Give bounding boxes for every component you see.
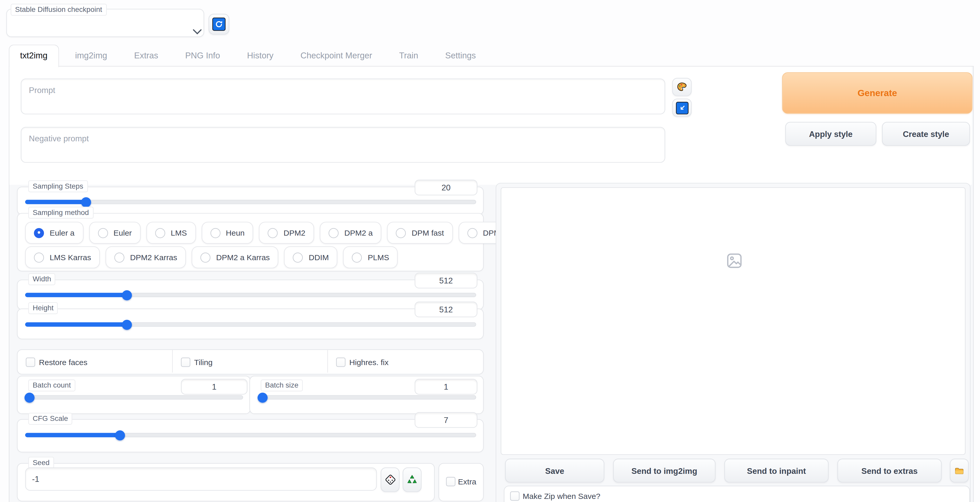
- batch-count-slider[interactable]: [25, 395, 243, 400]
- image-placeholder-icon: [725, 252, 743, 269]
- radio-dot: [396, 228, 406, 238]
- slider-thumb[interactable]: [81, 198, 91, 207]
- radio-dpm2-karras[interactable]: DPM2 Karras: [106, 246, 186, 268]
- tab-settings[interactable]: Settings: [434, 45, 486, 67]
- batch-count-value[interactable]: 1: [181, 379, 247, 395]
- create-style-button[interactable]: Create style: [882, 122, 970, 146]
- radio-euler-a[interactable]: Euler a: [25, 222, 83, 244]
- seed-label: Seed: [28, 457, 54, 469]
- radio-heun[interactable]: Heun: [201, 222, 253, 244]
- sampling-steps-value[interactable]: 20: [415, 180, 477, 195]
- height-label: Height: [28, 302, 58, 314]
- slider-thumb[interactable]: [25, 393, 35, 403]
- radio-dot: [155, 228, 165, 238]
- folder-icon: [954, 465, 964, 477]
- save-button[interactable]: Save: [505, 459, 604, 482]
- radio-dot: [467, 228, 477, 238]
- slider-thumb[interactable]: [258, 393, 267, 403]
- sampling-steps-label: Sampling Steps: [28, 180, 88, 192]
- batch-size-value[interactable]: 1: [415, 379, 477, 395]
- main-tabs: txt2img img2img Extras PNG Info History …: [9, 45, 486, 67]
- tab-train[interactable]: Train: [388, 45, 429, 67]
- slider-thumb[interactable]: [122, 290, 132, 300]
- slider-thumb[interactable]: [122, 320, 132, 330]
- divider: [172, 350, 173, 373]
- dice-icon: [384, 474, 396, 486]
- checkpoint-label: Stable Diffusion checkpoint: [11, 4, 107, 16]
- arrow-down-left-icon: [676, 102, 688, 114]
- artist-palette-icon: [676, 82, 687, 92]
- slider-fill: [25, 433, 120, 437]
- slider-thumb[interactable]: [115, 430, 125, 440]
- radio-dot: [115, 252, 124, 262]
- prompt-input[interactable]: [21, 78, 665, 115]
- radio-dpm-fast[interactable]: DPM fast: [387, 222, 453, 244]
- radio-lms-karras[interactable]: LMS Karras: [25, 246, 100, 268]
- extra-seed-checkbox[interactable]: [446, 477, 455, 486]
- reuse-seed-button[interactable]: [403, 467, 422, 492]
- tab-extras[interactable]: Extras: [124, 45, 169, 67]
- radio-ddim[interactable]: DDIM: [284, 246, 337, 268]
- tiling-label: Tiling: [194, 358, 213, 367]
- apply-style-button[interactable]: Apply style: [785, 122, 877, 146]
- tab-checkpoint-merger[interactable]: Checkpoint Merger: [290, 45, 383, 67]
- paste-generation-params-button[interactable]: [672, 99, 692, 117]
- slider-fill: [25, 293, 127, 297]
- radio-dpm2-a-karras[interactable]: DPM2 a Karras: [192, 246, 279, 268]
- radio-dpm2-a[interactable]: DPM2 a: [320, 222, 382, 244]
- radio-dpm2[interactable]: DPM2: [259, 222, 314, 244]
- sampling-method-options-row-2: LMS Karras DPM2 Karras DPM2 a Karras DDI…: [25, 246, 398, 268]
- radio-dot: [329, 228, 339, 238]
- tab-txt2img[interactable]: txt2img: [9, 45, 59, 67]
- divider: [327, 350, 328, 373]
- width-label: Width: [28, 273, 56, 285]
- send-to-extras-button[interactable]: Send to extras: [837, 459, 942, 482]
- slider-fill: [25, 322, 127, 327]
- tab-img2img[interactable]: img2img: [64, 45, 118, 67]
- radio-dot: [268, 228, 278, 238]
- radio-plms[interactable]: PLMS: [343, 246, 398, 268]
- height-value[interactable]: 512: [415, 301, 477, 317]
- radio-dot: [200, 252, 210, 262]
- cfg-scale-value[interactable]: 7: [415, 412, 477, 428]
- open-folder-button[interactable]: [950, 459, 969, 482]
- recycle-icon: [407, 474, 418, 486]
- stable-diffusion-webui: Stable Diffusion checkpoint txt2img img2…: [0, 0, 980, 502]
- negative-prompt-input[interactable]: [21, 127, 665, 163]
- send-to-img2img-button[interactable]: Send to img2img: [613, 459, 716, 482]
- seed-input[interactable]: [25, 467, 377, 491]
- cfg-scale-label: CFG Scale: [28, 413, 72, 425]
- radio-dot: [34, 252, 44, 262]
- random-seed-button[interactable]: [381, 467, 399, 492]
- result-image-preview[interactable]: [501, 187, 966, 455]
- batch-size-label: Batch size: [261, 379, 303, 391]
- sampling-method-label: Sampling method: [28, 207, 93, 218]
- highres-fix-label: Highres. fix: [349, 358, 388, 367]
- radio-lms[interactable]: LMS: [146, 222, 196, 244]
- style-palette-button[interactable]: [672, 78, 692, 96]
- make-zip-label: Make Zip when Save?: [523, 492, 600, 501]
- restore-faces-label: Restore faces: [39, 358, 88, 367]
- batch-size-slider[interactable]: [258, 395, 476, 400]
- radio-dot: [34, 228, 44, 238]
- restore-faces-checkbox[interactable]: [26, 358, 35, 367]
- radio-dot: [210, 228, 220, 238]
- tiling-checkbox[interactable]: [181, 358, 190, 367]
- generate-button[interactable]: Generate: [782, 72, 972, 114]
- tab-history[interactable]: History: [236, 45, 284, 67]
- highres-fix-checkbox[interactable]: [336, 358, 345, 367]
- radio-dot: [293, 252, 303, 262]
- refresh-checkpoints-button[interactable]: [208, 14, 229, 34]
- radio-dot: [352, 252, 362, 262]
- chevron-down-icon: [193, 29, 202, 35]
- width-value[interactable]: 512: [415, 273, 477, 288]
- send-to-inpaint-button[interactable]: Send to inpaint: [724, 459, 829, 482]
- extra-seed-label: Extra: [458, 478, 476, 486]
- radio-euler[interactable]: Euler: [89, 222, 140, 244]
- sampling-steps-slider[interactable]: [25, 200, 476, 204]
- make-zip-checkbox[interactable]: [510, 491, 519, 501]
- sampling-method-options-row-1: Euler a Euler LMS Heun DPM2 DPM2 a DPM f…: [25, 222, 541, 244]
- refresh-icon: [212, 18, 226, 31]
- batch-count-label: Batch count: [28, 379, 75, 391]
- tab-png-info[interactable]: PNG Info: [175, 45, 231, 67]
